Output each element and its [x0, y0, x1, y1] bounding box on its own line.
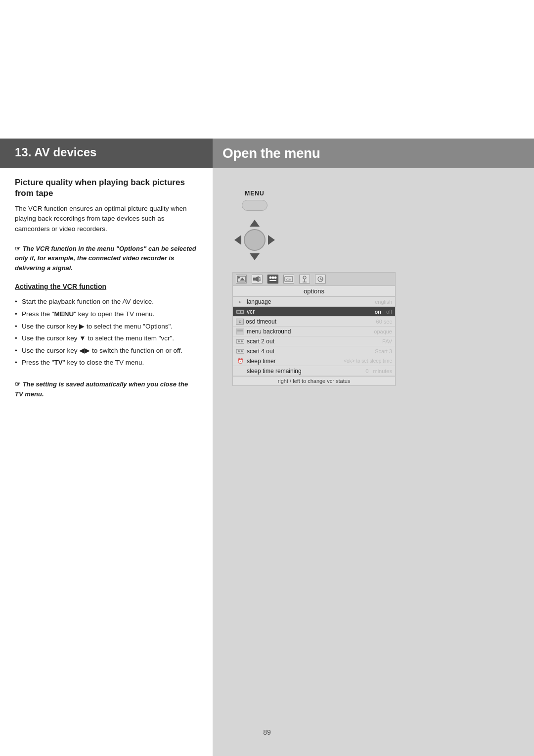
tv-icon-channel: CH [283, 275, 294, 284]
tv-key-bold: TV [54, 359, 63, 366]
svg-point-8 [269, 277, 272, 279]
scart4-value: Scart 3 [375, 348, 392, 354]
main-content: Picture quality when playing back pictur… [0, 168, 534, 756]
chapter-title-text: AV devices [34, 145, 96, 159]
nav-arrow-up [250, 220, 260, 227]
left-column: Picture quality when playing back pictur… [0, 168, 213, 756]
vcr-value-off: off [386, 309, 392, 315]
menu-row-sleep-remaining: sleep time remaining 0 minutes [233, 366, 395, 376]
language-value: english [375, 299, 392, 305]
svg-rect-3 [253, 278, 256, 281]
menu-row-osd-timeout: z osd timeout 60 sec [233, 317, 395, 327]
section-subtitle: Picture quality when playing back pictur… [15, 177, 198, 199]
menu-row-scart4: scart 4 out Scart 3 [233, 346, 395, 356]
bullet-item-1: Start the playback function on the AV de… [15, 296, 198, 307]
scart4-icon [236, 348, 245, 355]
menu-button-visual [242, 200, 267, 211]
menu-bg-value: opaque [374, 329, 392, 334]
chapter-number: 13. [15, 145, 31, 159]
svg-point-9 [272, 277, 274, 279]
svg-rect-25 [236, 339, 244, 343]
svg-point-2 [238, 277, 240, 279]
sleep-timer-label: sleep timer [247, 358, 344, 365]
scart2-value: FAV [382, 338, 392, 344]
menu-bg-icon [236, 328, 245, 335]
scart2-icon [236, 338, 245, 345]
remote-control: MENU [232, 185, 277, 262]
tv-menu-icon-row: CH [233, 273, 395, 286]
vcr-label: vcr [247, 308, 375, 315]
svg-rect-24 [237, 330, 243, 331]
page-number: 89 [263, 728, 271, 736]
tv-icon-options-active [267, 275, 278, 284]
menu-row-sleep-timer: ⏰ sleep timer <ok> to set sleep time [233, 356, 395, 366]
osd-value: 60 sec [376, 319, 392, 325]
svg-point-30 [241, 350, 243, 352]
bullet-item-5: Use the cursor key ◀▶ to switch the func… [15, 345, 198, 356]
menu-bg-label: menu backround [247, 328, 374, 335]
svg-point-10 [274, 277, 277, 279]
tv-menu-screenshot: CH options ○ language [232, 272, 396, 386]
vcr-value-on: on [375, 309, 381, 315]
tv-menu-footer: right / left to change vcr status [233, 376, 395, 385]
language-icon: ○ [236, 298, 245, 305]
menu-key-bold: MENU [54, 310, 74, 318]
svg-line-19 [320, 279, 322, 280]
right-column: MENU [213, 168, 534, 756]
menu-row-vcr: vcr on off [233, 307, 395, 317]
svg-text:CH: CH [286, 278, 291, 282]
svg-point-27 [241, 340, 243, 342]
nav-cross [232, 218, 277, 262]
sleep-timer-icon: ⏰ [236, 358, 245, 365]
bullet-item-4: Use the cursor key ▼ to select the menu … [15, 333, 198, 344]
bullet-item-6: Press the "TV" key to close the TV menu. [15, 357, 198, 368]
svg-rect-11 [269, 280, 276, 281]
menu-row-backround: menu backround opaque [233, 327, 395, 336]
section-body: The VCR function ensures an optimal pict… [15, 204, 198, 234]
nav-arrow-right [268, 235, 275, 245]
note-2: The setting is saved automatically when … [15, 379, 198, 399]
svg-rect-21 [237, 311, 240, 313]
nav-arrow-down [250, 253, 260, 260]
top-margin [0, 0, 534, 139]
osd-label: osd timeout [246, 318, 376, 325]
nav-arrow-left [234, 235, 241, 245]
svg-marker-4 [256, 276, 259, 282]
svg-marker-1 [240, 278, 245, 281]
tv-icon-sound [252, 275, 263, 284]
sleep-remaining-value: 0 minutes [365, 368, 392, 374]
menu-row-scart2: scart 2 out FAV [233, 336, 395, 346]
page: 13. AV devices Open the menu Picture qua… [0, 0, 534, 756]
scart4-label: scart 4 out [247, 348, 375, 355]
svg-rect-22 [241, 311, 243, 313]
language-label: language [247, 298, 375, 305]
sleep-remaining-label: sleep time remaining [247, 368, 365, 375]
svg-rect-28 [236, 349, 244, 353]
chapter-title-left: 13. AV devices [0, 139, 213, 168]
sleep-remaining-icon [236, 368, 245, 375]
menu-label: MENU [245, 190, 264, 197]
chapter-header-row: 13. AV devices Open the menu [0, 139, 534, 168]
bullet-item-2: Press the "MENU" key to open the TV menu… [15, 309, 198, 320]
svg-point-26 [238, 340, 240, 342]
tv-menu-title: options [233, 286, 395, 297]
svg-line-7 [259, 280, 261, 281]
scart2-label: scart 2 out [247, 338, 382, 345]
bullet-list: Start the playback function on the AV de… [15, 296, 198, 370]
bullet-item-3: Use the cursor key ▶ to select the menu … [15, 321, 198, 332]
subsection-title: Activating the VCR function [15, 283, 198, 290]
svg-line-5 [259, 277, 261, 278]
osd-icon: z [236, 319, 244, 325]
chapter-right-header-text: Open the menu [222, 145, 320, 161]
tv-icon-antenna [299, 275, 310, 284]
tv-icon-picture [236, 275, 247, 284]
sleep-timer-value: <ok> to set sleep time [344, 358, 392, 364]
chapter-title-right: Open the menu [213, 139, 534, 168]
tv-icon-timer [315, 275, 326, 284]
svg-point-14 [303, 276, 306, 279]
note-1: The VCR function in the menu "Options" c… [15, 244, 198, 273]
nav-center-button [244, 229, 266, 251]
vcr-icon [236, 308, 245, 315]
menu-row-language: ○ language english [233, 297, 395, 307]
svg-point-29 [238, 350, 240, 352]
